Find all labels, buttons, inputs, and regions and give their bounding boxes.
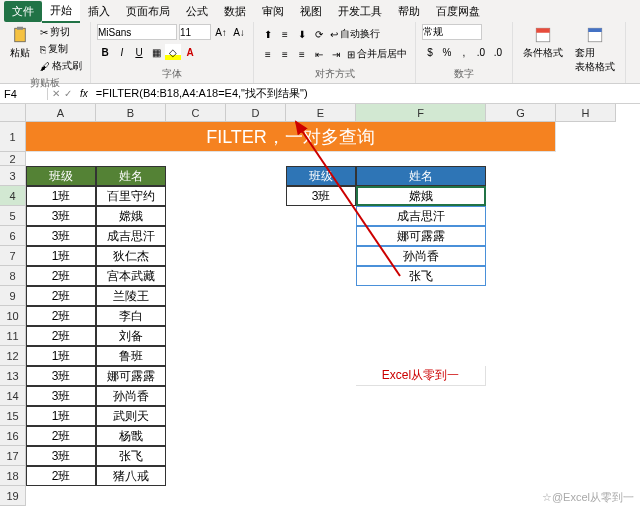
cell-A1[interactable]: FILTER，一对多查询 <box>26 122 556 152</box>
cut-button[interactable]: ✂剪切 <box>38 24 84 40</box>
tab-dev[interactable]: 开发工具 <box>330 1 390 22</box>
row-header-7[interactable]: 7 <box>0 246 26 266</box>
row-header-15[interactable]: 15 <box>0 406 26 426</box>
cell-B8[interactable]: 宫本武藏 <box>96 266 166 286</box>
merge-button[interactable]: ⊞合并后居中 <box>345 46 409 62</box>
cell-B4[interactable]: 百里守约 <box>96 186 166 206</box>
currency-icon[interactable]: $ <box>422 44 438 60</box>
underline-button[interactable]: U <box>131 44 147 60</box>
row-header-17[interactable]: 17 <box>0 446 26 466</box>
increase-font-icon[interactable]: A↑ <box>213 24 229 40</box>
align-middle-icon[interactable]: ≡ <box>277 26 293 42</box>
indent-dec-icon[interactable]: ⇤ <box>311 46 327 62</box>
align-top-icon[interactable]: ⬆ <box>260 26 276 42</box>
cell-B12[interactable]: 鲁班 <box>96 346 166 366</box>
format-painter-button[interactable]: 🖌格式刷 <box>38 58 84 74</box>
row-header-5[interactable]: 5 <box>0 206 26 226</box>
tab-file[interactable]: 文件 <box>4 1 42 22</box>
cell-A13[interactable]: 3班 <box>26 366 96 386</box>
cell-A11[interactable]: 2班 <box>26 326 96 346</box>
col-header-E[interactable]: E <box>286 104 356 122</box>
cell-A9[interactable]: 2班 <box>26 286 96 306</box>
col-header-A[interactable]: A <box>26 104 96 122</box>
row-header-11[interactable]: 11 <box>0 326 26 346</box>
cell-F8[interactable]: 张飞 <box>356 266 486 286</box>
tab-formulas[interactable]: 公式 <box>178 1 216 22</box>
dec-decimal-icon[interactable]: .0 <box>490 44 506 60</box>
cell-B13[interactable]: 娜可露露 <box>96 366 166 386</box>
col-header-F[interactable]: F <box>356 104 486 122</box>
indent-inc-icon[interactable]: ⇥ <box>328 46 344 62</box>
cell-F4[interactable]: 嫦娥 <box>356 186 486 206</box>
row-header-8[interactable]: 8 <box>0 266 26 286</box>
cell-A12[interactable]: 1班 <box>26 346 96 366</box>
paste-button[interactable]: 粘贴 <box>6 24 34 62</box>
cell-A14[interactable]: 3班 <box>26 386 96 406</box>
cell-B14[interactable]: 孙尚香 <box>96 386 166 406</box>
table-format-button[interactable]: 套用 表格格式 <box>571 24 619 76</box>
cell-F3[interactable]: 姓名 <box>356 166 486 186</box>
cell-B9[interactable]: 兰陵王 <box>96 286 166 306</box>
cell-F7[interactable]: 孙尚香 <box>356 246 486 266</box>
cell-B10[interactable]: 李白 <box>96 306 166 326</box>
align-left-icon[interactable]: ≡ <box>260 46 276 62</box>
cell-B17[interactable]: 张飞 <box>96 446 166 466</box>
align-right-icon[interactable]: ≡ <box>294 46 310 62</box>
decrease-font-icon[interactable]: A↓ <box>231 24 247 40</box>
row-header-2[interactable]: 2 <box>0 152 26 166</box>
inc-decimal-icon[interactable]: .0 <box>473 44 489 60</box>
row-header-4[interactable]: 4 <box>0 186 26 206</box>
name-box[interactable]: F4 <box>0 88 48 100</box>
cell-A10[interactable]: 2班 <box>26 306 96 326</box>
cell-A4[interactable]: 1班 <box>26 186 96 206</box>
tab-baidu[interactable]: 百度网盘 <box>428 1 488 22</box>
cell-B16[interactable]: 杨戬 <box>96 426 166 446</box>
formula-input[interactable] <box>92 88 640 100</box>
accept-formula-icon[interactable]: ✓ <box>64 88 72 99</box>
tab-help[interactable]: 帮助 <box>390 1 428 22</box>
font-name-select[interactable] <box>97 24 177 40</box>
align-center-icon[interactable]: ≡ <box>277 46 293 62</box>
cell-B15[interactable]: 武则天 <box>96 406 166 426</box>
row-header-3[interactable]: 3 <box>0 166 26 186</box>
row-header-12[interactable]: 12 <box>0 346 26 366</box>
cell-A6[interactable]: 3班 <box>26 226 96 246</box>
tab-layout[interactable]: 页面布局 <box>118 1 178 22</box>
col-header-G[interactable]: G <box>486 104 556 122</box>
cell-A3[interactable]: 班级 <box>26 166 96 186</box>
comma-icon[interactable]: , <box>456 44 472 60</box>
fill-color-button[interactable]: ◇ <box>165 44 181 60</box>
percent-icon[interactable]: % <box>439 44 455 60</box>
tab-view[interactable]: 视图 <box>292 1 330 22</box>
cell-B18[interactable]: 猪八戒 <box>96 466 166 486</box>
select-all-corner[interactable] <box>0 104 26 122</box>
cell-A8[interactable]: 2班 <box>26 266 96 286</box>
cell-A7[interactable]: 1班 <box>26 246 96 266</box>
cell-A18[interactable]: 2班 <box>26 466 96 486</box>
cell-A5[interactable]: 3班 <box>26 206 96 226</box>
cell-E4[interactable]: 3班 <box>286 186 356 206</box>
orientation-icon[interactable]: ⟳ <box>311 26 327 42</box>
font-color-button[interactable]: A <box>182 44 198 60</box>
col-header-H[interactable]: H <box>556 104 616 122</box>
row-header-14[interactable]: 14 <box>0 386 26 406</box>
cell-E3[interactable]: 班级 <box>286 166 356 186</box>
row-header-18[interactable]: 18 <box>0 466 26 486</box>
cell-B3[interactable]: 姓名 <box>96 166 166 186</box>
tab-insert[interactable]: 插入 <box>80 1 118 22</box>
col-header-B[interactable]: B <box>96 104 166 122</box>
col-header-D[interactable]: D <box>226 104 286 122</box>
fx-icon[interactable]: fx <box>76 88 92 99</box>
row-header-16[interactable]: 16 <box>0 426 26 446</box>
col-header-C[interactable]: C <box>166 104 226 122</box>
row-header-9[interactable]: 9 <box>0 286 26 306</box>
wrap-text-button[interactable]: ↩自动换行 <box>328 26 382 42</box>
cond-format-button[interactable]: 条件格式 <box>519 24 567 62</box>
copy-button[interactable]: ⎘复制 <box>38 41 84 57</box>
cell-A17[interactable]: 3班 <box>26 446 96 466</box>
cell-A16[interactable]: 2班 <box>26 426 96 446</box>
cell-B5[interactable]: 嫦娥 <box>96 206 166 226</box>
tab-data[interactable]: 数据 <box>216 1 254 22</box>
cell-F6[interactable]: 娜可露露 <box>356 226 486 246</box>
tab-review[interactable]: 审阅 <box>254 1 292 22</box>
